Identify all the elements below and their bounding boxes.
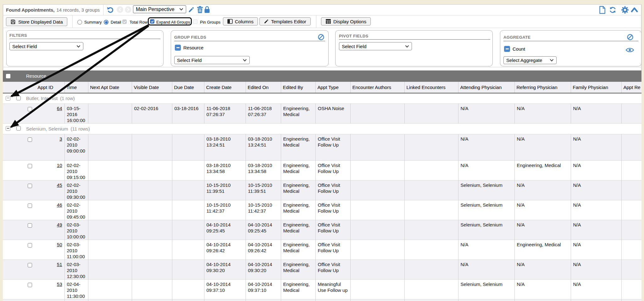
- column-header-appt-re[interactable]: Appt Re: [621, 82, 641, 93]
- column-header-appt-id[interactable]: Appt ID: [26, 82, 64, 93]
- cell-time: 02-03-2010 11:00:00: [64, 240, 88, 259]
- column-header-next-apt-date[interactable]: Next Apt Date: [88, 82, 132, 93]
- cell-edited_by: Engineering, Medical: [281, 220, 315, 240]
- templates-editor-button-label: Templates Editor: [271, 19, 306, 24]
- cell-encounter_authors: [350, 200, 404, 220]
- column-header-appt-type[interactable]: Appt Type: [315, 82, 350, 93]
- expand-all-groups-checkbox[interactable]: [150, 19, 154, 24]
- appt-id-link[interactable]: 50: [29, 242, 62, 248]
- clear-group-fields-button[interactable]: [318, 34, 324, 40]
- cell-referring: N/A: [514, 134, 571, 160]
- appt-id-link[interactable]: 45: [29, 182, 62, 188]
- row-select-checkbox[interactable]: [28, 223, 32, 228]
- columns-button[interactable]: Columns: [223, 17, 258, 25]
- filters-field-select-value: Select Field: [12, 44, 37, 49]
- cell-linked_encounters: [404, 200, 458, 220]
- group-select-checkbox[interactable]: [16, 126, 21, 131]
- row-select-checkbox[interactable]: [28, 184, 32, 188]
- export-button[interactable]: [599, 6, 606, 14]
- lock-perspective-button[interactable]: [204, 6, 210, 13]
- column-header-attending-physician[interactable]: Attending Physician: [458, 82, 514, 93]
- refresh-button[interactable]: [609, 6, 617, 14]
- clear-aggregate-button[interactable]: [627, 34, 633, 40]
- settings-button[interactable]: [621, 6, 629, 14]
- history-back-button[interactable]: [117, 6, 123, 13]
- pin-groups-checkbox[interactable]: [193, 20, 197, 24]
- cell-time: 02-02-2010 09:15:00: [64, 160, 88, 180]
- templates-editor-button[interactable]: Templates Editor: [259, 17, 311, 25]
- pivot-fields-select[interactable]: Select Field: [339, 42, 412, 50]
- total-row-checkbox[interactable]: [122, 20, 127, 24]
- column-header-edited-by[interactable]: Edited By: [281, 82, 315, 93]
- group-collapse-toggle[interactable]: [6, 126, 10, 131]
- column-header-time[interactable]: Time: [64, 82, 88, 93]
- group-select-checkbox[interactable]: [16, 96, 21, 100]
- cell-appt_type: OSHA Noise: [315, 103, 350, 123]
- edit-perspective-button[interactable]: [188, 6, 195, 13]
- appt-id-link[interactable]: 3: [29, 136, 62, 142]
- group-label: Butler, Internist: [26, 95, 58, 101]
- aggregate-select[interactable]: Select Aggregate: [503, 56, 557, 64]
- column-header-family-physician[interactable]: Family Physician: [571, 82, 621, 93]
- undo-icon: [107, 6, 114, 13]
- undo-button[interactable]: [107, 6, 114, 13]
- cell-due: [172, 180, 204, 200]
- appt-id-link[interactable]: 10: [29, 162, 62, 168]
- pencil-icon: [264, 19, 269, 24]
- row-indent-cell: [3, 200, 26, 220]
- display-options-button[interactable]: Display Options: [321, 17, 371, 25]
- column-header-visible-date[interactable]: Visible Date: [132, 82, 172, 93]
- row-select-checkbox[interactable]: [28, 164, 32, 168]
- column-header-encounter-authors[interactable]: Encounter Authors: [350, 82, 404, 93]
- column-header-create-date[interactable]: Create Date: [204, 82, 246, 93]
- appointment-row: 4902-03-2010 10:00:0004-10-2014 09:25:45…: [3, 220, 641, 240]
- group-row-cell: Butler, Internist(1 row): [3, 93, 641, 103]
- aggregate-visibility-button[interactable]: [625, 46, 634, 54]
- remove-aggregate-icon[interactable]: [504, 46, 510, 52]
- detail-radio[interactable]: [104, 20, 108, 25]
- group-collapse-toggle[interactable]: [6, 96, 10, 101]
- row-indent-cell: [3, 279, 26, 299]
- appt-id-link[interactable]: 46: [29, 202, 62, 208]
- ban-icon: [627, 34, 633, 40]
- column-header-select[interactable]: [3, 82, 26, 93]
- filters-field-select[interactable]: Select Field: [9, 42, 83, 50]
- cell-visible: [132, 200, 172, 220]
- column-header-due-date[interactable]: Due Date: [172, 82, 204, 93]
- appt-id-link[interactable]: 51: [29, 261, 62, 267]
- appt-id-cell: 45: [26, 180, 64, 200]
- appt-id-link[interactable]: 49: [29, 222, 62, 228]
- document-icon: [599, 6, 606, 14]
- history-forward-button[interactable]: [125, 6, 131, 13]
- row-select-checkbox[interactable]: [28, 203, 32, 208]
- row-select-checkbox[interactable]: [28, 243, 32, 248]
- cell-family: N/A: [571, 279, 621, 299]
- total-row-checkbox-label: Total Row: [130, 19, 147, 25]
- row-select-checkbox[interactable]: [28, 283, 32, 287]
- page-title-text: Found Appointments,: [6, 7, 54, 13]
- remove-group-field-icon[interactable]: [175, 45, 181, 51]
- column-header-linked-encounters[interactable]: Linked Encounters: [404, 82, 458, 93]
- row-select-checkbox[interactable]: [28, 137, 32, 142]
- column-header-referring-physician[interactable]: Referring Physician: [514, 82, 571, 93]
- delete-perspective-button[interactable]: [197, 6, 203, 13]
- group-row-count: (11 rows): [70, 126, 90, 132]
- appt-id-link[interactable]: 53: [29, 281, 62, 287]
- group-field-chip-resource: Resource: [175, 45, 203, 51]
- store-displayed-data-button[interactable]: Store Displayed Data: [6, 17, 67, 26]
- cell-visible: [132, 180, 172, 200]
- row-indent-cell: [3, 134, 26, 160]
- cell-appt_type: Office Visit Follow Up: [315, 220, 350, 240]
- appt-id-link[interactable]: 64: [29, 105, 62, 111]
- group-fields-select[interactable]: Select Field: [174, 56, 250, 64]
- cell-appt_type: Office Visit Follow Up: [315, 259, 350, 279]
- cell-created: 03-18-2010 13:34:58: [204, 160, 246, 180]
- summary-radio[interactable]: [77, 20, 82, 25]
- perspective-select[interactable]: Main Perspective: [133, 5, 186, 13]
- row-select-checkbox[interactable]: [28, 263, 32, 267]
- collapse-panel-button[interactable]: [631, 7, 638, 13]
- row-select-checkbox[interactable]: [28, 107, 32, 111]
- group-row-cell: Selenium, Selenium(11 rows): [3, 123, 641, 134]
- column-header-edited-on[interactable]: Edited On: [246, 82, 281, 93]
- select-all-checkbox[interactable]: [6, 74, 10, 78]
